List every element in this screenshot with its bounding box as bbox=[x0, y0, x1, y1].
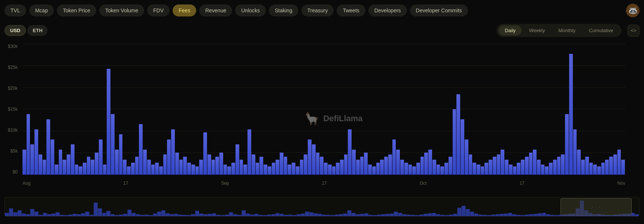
bar[interactable] bbox=[477, 165, 480, 175]
timeframe-btn-daily[interactable]: Daily bbox=[499, 25, 522, 36]
nav-btn-mcap[interactable]: Mcap bbox=[29, 4, 54, 16]
bar[interactable] bbox=[577, 150, 581, 175]
bar[interactable] bbox=[489, 160, 492, 175]
bar[interactable] bbox=[79, 166, 82, 175]
bar[interactable] bbox=[187, 163, 191, 175]
bar[interactable] bbox=[304, 154, 307, 175]
bar[interactable] bbox=[364, 153, 368, 175]
bar[interactable] bbox=[87, 157, 91, 175]
bar[interactable] bbox=[219, 153, 223, 175]
bar[interactable] bbox=[340, 160, 344, 175]
bar[interactable] bbox=[525, 157, 529, 175]
nav-btn-revenue[interactable]: Revenue bbox=[199, 4, 232, 16]
bar[interactable] bbox=[119, 134, 123, 175]
bar[interactable] bbox=[545, 166, 549, 175]
bar[interactable] bbox=[541, 165, 545, 175]
bar[interactable] bbox=[151, 165, 155, 175]
bar[interactable] bbox=[59, 150, 63, 175]
bar[interactable] bbox=[55, 165, 58, 175]
bar[interactable] bbox=[312, 144, 316, 175]
bar[interactable] bbox=[561, 154, 565, 175]
bar[interactable] bbox=[127, 166, 131, 175]
bar[interactable] bbox=[332, 166, 336, 175]
nav-btn-developers[interactable]: Developers bbox=[368, 4, 407, 16]
bar[interactable] bbox=[581, 160, 585, 175]
bar[interactable] bbox=[75, 165, 79, 175]
bar[interactable] bbox=[412, 166, 416, 175]
bar[interactable] bbox=[227, 166, 231, 175]
bar[interactable] bbox=[360, 157, 364, 175]
bar[interactable] bbox=[473, 163, 476, 175]
bar[interactable] bbox=[34, 129, 38, 175]
bar[interactable] bbox=[348, 129, 352, 175]
bar[interactable] bbox=[416, 163, 420, 175]
bar[interactable] bbox=[268, 166, 271, 175]
bar[interactable] bbox=[593, 165, 597, 175]
nav-btn-fdv[interactable]: FDV bbox=[147, 4, 170, 16]
bar[interactable] bbox=[300, 160, 304, 175]
nav-btn-unlocks[interactable]: Unlocks bbox=[235, 4, 266, 16]
bar[interactable] bbox=[573, 129, 577, 175]
bar[interactable] bbox=[420, 157, 424, 175]
bar[interactable] bbox=[284, 157, 288, 175]
bar[interactable] bbox=[469, 154, 473, 175]
bar[interactable] bbox=[605, 160, 609, 175]
bar[interactable] bbox=[99, 139, 103, 175]
bar[interactable] bbox=[111, 114, 115, 175]
bar[interactable] bbox=[356, 160, 360, 175]
bar[interactable] bbox=[191, 165, 195, 175]
currency-btn-usd[interactable]: USD bbox=[4, 25, 26, 36]
bar[interactable] bbox=[183, 157, 187, 175]
bar[interactable] bbox=[380, 160, 384, 175]
bar[interactable] bbox=[609, 157, 613, 175]
bar[interactable] bbox=[440, 166, 444, 175]
avatar[interactable]: 🦝 bbox=[626, 4, 640, 17]
bar[interactable] bbox=[143, 150, 147, 175]
bar[interactable] bbox=[167, 139, 171, 175]
bar[interactable] bbox=[91, 160, 94, 175]
bar[interactable] bbox=[324, 163, 328, 175]
bar[interactable] bbox=[27, 114, 30, 175]
bar[interactable] bbox=[597, 166, 601, 175]
bar[interactable] bbox=[513, 166, 517, 175]
nav-btn-staking[interactable]: Staking bbox=[269, 4, 298, 16]
bar[interactable] bbox=[537, 160, 541, 175]
bar[interactable] bbox=[280, 153, 283, 175]
bar[interactable] bbox=[155, 163, 159, 175]
bar[interactable] bbox=[521, 160, 525, 175]
nav-btn-tvl[interactable]: TVL bbox=[4, 4, 26, 16]
bar[interactable] bbox=[46, 119, 50, 175]
bar[interactable] bbox=[63, 160, 66, 175]
scroll-handle[interactable]: · · · bbox=[561, 198, 632, 215]
nav-btn-token-volume[interactable]: Token Volume bbox=[99, 4, 144, 16]
bar[interactable] bbox=[344, 154, 348, 175]
bar[interactable] bbox=[256, 163, 259, 175]
bar[interactable] bbox=[175, 153, 179, 175]
bar[interactable] bbox=[139, 124, 143, 175]
bar[interactable] bbox=[71, 144, 75, 175]
currency-btn-eth[interactable]: ETH bbox=[27, 25, 48, 36]
bar[interactable] bbox=[589, 163, 593, 175]
bar[interactable] bbox=[103, 165, 107, 175]
timeframe-btn-monthly[interactable]: Monthly bbox=[552, 25, 581, 36]
bar[interactable] bbox=[203, 132, 207, 175]
bar[interactable] bbox=[621, 160, 625, 175]
nav-btn-treasury[interactable]: Treasury bbox=[301, 4, 334, 16]
bar[interactable] bbox=[159, 166, 163, 175]
bar[interactable] bbox=[163, 154, 167, 175]
bar[interactable] bbox=[199, 160, 203, 175]
bar[interactable] bbox=[368, 165, 372, 175]
bar[interactable] bbox=[288, 165, 291, 175]
bar[interactable] bbox=[424, 153, 428, 175]
bar[interactable] bbox=[461, 119, 464, 175]
bar[interactable] bbox=[328, 165, 332, 175]
bar[interactable] bbox=[30, 144, 34, 175]
bar[interactable] bbox=[517, 163, 520, 175]
bar[interactable] bbox=[296, 166, 300, 175]
bar[interactable] bbox=[264, 165, 267, 175]
bar[interactable] bbox=[39, 154, 42, 175]
bar[interactable] bbox=[107, 69, 110, 175]
bar[interactable] bbox=[497, 154, 501, 175]
bar[interactable] bbox=[617, 150, 621, 175]
bar[interactable] bbox=[453, 109, 456, 175]
